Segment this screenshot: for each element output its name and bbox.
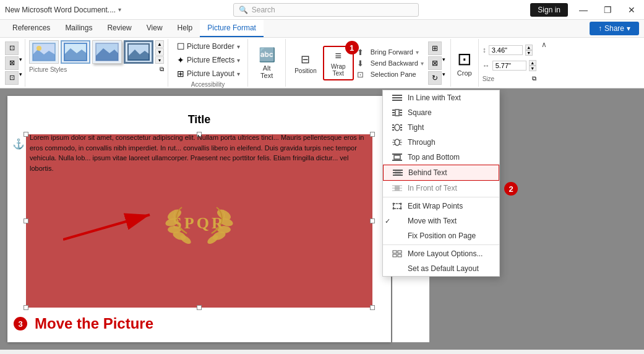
close-button[interactable]: ✕ (624, 4, 639, 16)
setdefault-icon (392, 264, 403, 273)
rotate-arrow[interactable]: ▾ (442, 71, 445, 85)
dropdown-inline[interactable]: In Line with Text (383, 90, 499, 105)
dropdown-through[interactable]: Through (383, 135, 499, 150)
group-arrow[interactable]: ▾ (442, 56, 445, 70)
move-label: Move the Picture (35, 315, 153, 332)
width-input[interactable] (492, 61, 526, 71)
ribbon-left-icon-2[interactable]: ⊠ (5, 56, 19, 70)
tab-references[interactable]: References (5, 20, 58, 37)
signin-button[interactable]: Sign in (530, 3, 568, 17)
share-button[interactable]: ↑ Share ▾ (590, 22, 639, 35)
height-up[interactable]: ▲ (525, 45, 533, 50)
svg-rect-53 (393, 204, 401, 209)
dropdown-topbottom[interactable]: Top and Bottom (383, 150, 499, 165)
tight-icon (392, 123, 403, 132)
dropdown-setdefault[interactable]: Set as Default Layout (383, 261, 499, 276)
svg-rect-23 (392, 112, 395, 113)
collapse-area: ∧ (540, 39, 548, 87)
dropdown-tight[interactable]: Tight (383, 120, 499, 135)
wrap-text-button[interactable]: ≡ WrapText 1 (323, 46, 354, 80)
picture-layout-arrow: ▾ (237, 71, 240, 77)
height-spinner[interactable]: ▲ ▼ (525, 45, 533, 56)
alt-text-button[interactable]: 🔤 Alt Text (253, 45, 280, 82)
width-spinner[interactable]: ▲ ▼ (529, 60, 536, 71)
picture-style-3[interactable] (92, 40, 122, 64)
dropdown-infront[interactable]: In Front of Text (383, 181, 499, 196)
handle-bl[interactable] (24, 305, 28, 310)
picture-styles-expand[interactable]: ⧉ (160, 66, 164, 73)
picture-border-button[interactable]: ☐ Picture Border ▾ (173, 40, 243, 53)
rotate-button[interactable]: ↻ (428, 71, 442, 85)
tab-mailings[interactable]: Mailings (58, 20, 100, 37)
selection-pane-button[interactable]: ⊡ Selection Pane (355, 69, 426, 80)
dropdown-fixposition[interactable]: Fix Position on Page (383, 228, 499, 243)
align-button[interactable]: ⊞ (428, 41, 442, 55)
picture-effects-icon: ✦ (176, 55, 186, 65)
svg-rect-46 (393, 170, 403, 171)
ribbon-left-arrow-1[interactable]: ▾ (19, 56, 22, 70)
size-group: ↕ ▲ ▼ ↔ ▲ ▼ Size ⧉ (479, 39, 540, 87)
fixposition-label: Fix Position on Page (408, 231, 491, 240)
width-up[interactable]: ▲ (529, 60, 536, 66)
picture-styles-scroll[interactable]: ▲ ▼ ▾ (155, 40, 164, 64)
size-expand[interactable]: ⧉ (532, 75, 536, 82)
handle-tl[interactable] (24, 132, 28, 137)
search-box[interactable]: 🔍 Search (233, 3, 419, 17)
ribbon-left-icon-1[interactable]: ⊡ (5, 41, 19, 55)
movewithtext-icon (392, 217, 403, 225)
accessibility-label: Accessibility (173, 81, 243, 88)
dropdown-editwrap[interactable]: Edit Wrap Points (383, 199, 499, 214)
tab-view[interactable]: View (139, 20, 170, 37)
ribbon-left-icon-3[interactable]: ⊡ (5, 71, 19, 85)
svg-rect-34 (400, 129, 402, 131)
tab-help[interactable]: Help (170, 20, 200, 37)
square-label: Square (408, 108, 491, 117)
height-input[interactable] (489, 45, 523, 55)
position-button[interactable]: ⊟ Position (290, 50, 322, 77)
picture-style-1[interactable] (29, 40, 59, 64)
svg-rect-33 (400, 127, 402, 128)
position-icon: ⊟ (301, 53, 310, 66)
picture-style-4[interactable] (124, 40, 153, 64)
dropdown-movewithtext[interactable]: Move with Text (383, 214, 499, 228)
alt-text-group: 🔤 Alt Text (248, 39, 286, 87)
scroll-down[interactable]: ▼ (155, 48, 164, 56)
svg-point-57 (400, 208, 402, 210)
ribbon-left-arrow-2[interactable]: ▾ (19, 71, 22, 85)
editwrap-label: Edit Wrap Points (408, 202, 491, 210)
handle-br[interactable] (370, 305, 375, 310)
scroll-up[interactable]: ▲ (155, 40, 164, 48)
width-field: ↔ ▲ ▼ (483, 60, 536, 71)
picture-layout-button[interactable]: ⊞ Picture Layout ▾ (173, 67, 243, 80)
crop-button[interactable]: ⊡ Crop (457, 49, 472, 77)
dropdown-morelayout[interactable]: More Layout Options... (383, 246, 499, 261)
tab-review[interactable]: Review (100, 20, 139, 37)
picture-effects-button[interactable]: ✦ Picture Effects ▾ (173, 54, 243, 66)
ribbon-collapse-button[interactable]: ∧ (541, 40, 547, 49)
height-down[interactable]: ▼ (525, 50, 533, 56)
editwrap-icon (392, 202, 403, 210)
handle-bm[interactable] (197, 305, 202, 310)
picture-styles-label: Picture Styles (29, 66, 67, 73)
handle-ml[interactable] (24, 218, 28, 223)
svg-rect-24 (392, 114, 395, 116)
dropdown-square[interactable]: Square (383, 105, 499, 120)
bring-forward-button[interactable]: ⬆ Bring Forward ▾ (355, 47, 426, 58)
handle-tr[interactable] (370, 132, 375, 137)
scroll-more[interactable]: ▾ (155, 56, 164, 64)
setdefault-label: Set as Default Layout (408, 264, 491, 273)
tight-label: Tight (408, 123, 491, 132)
dropdown-behind[interactable]: Behind Text (383, 165, 499, 181)
picture-style-2[interactable] (61, 40, 90, 64)
group-button[interactable]: ⊠ (428, 56, 442, 70)
svg-rect-42 (394, 155, 400, 159)
tab-picture-format[interactable]: Picture Format (200, 20, 264, 37)
ribbon-tabs: References Mailings Review View Help Pic… (0, 20, 644, 38)
anchor-icon: ⚓ (12, 138, 25, 150)
minimize-button[interactable]: — (575, 4, 591, 16)
send-backward-button[interactable]: ⬇ Send Backward ▾ (355, 58, 426, 69)
handle-mr[interactable] (370, 218, 375, 223)
restore-button[interactable]: ❐ (600, 4, 616, 16)
square-icon (392, 108, 403, 117)
width-down[interactable]: ▼ (529, 66, 536, 71)
